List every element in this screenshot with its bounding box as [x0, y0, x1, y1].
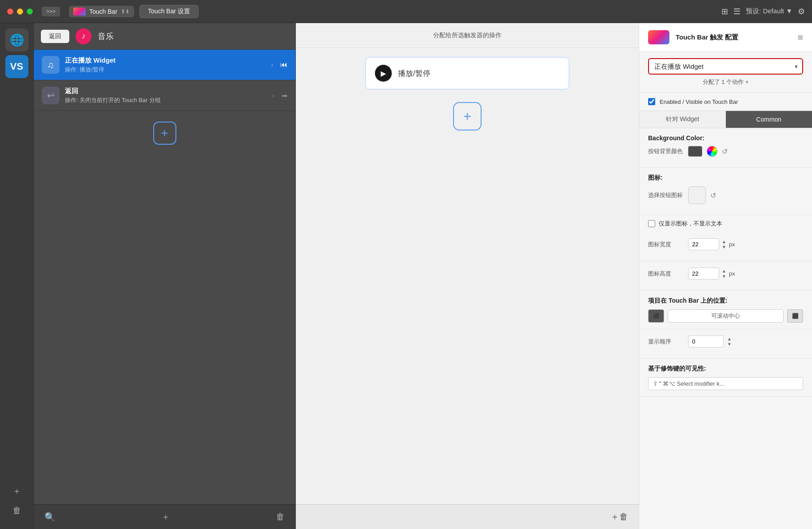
icon-height-row: 图标高度 ▲ ▼ px: [648, 268, 803, 280]
play-triangle-icon: ▶: [381, 69, 386, 78]
down-arrow-icon: ▼: [722, 245, 726, 250]
trigger-add-container: +: [450, 99, 485, 134]
bg-color-reset-button[interactable]: ↺: [722, 147, 728, 156]
trigger-bottom: ＋ 🗑: [296, 504, 639, 529]
properties-panel: Touch Bar 触发 配置 ⊠ 正在播放 Widget 分配了 1 个动作 …: [639, 23, 812, 529]
position-controls: ⬛ 可滚动中心 ⬛: [648, 309, 803, 323]
tab-widget[interactable]: 针对 Widget: [639, 111, 726, 128]
icon-section-title: 图标:: [648, 174, 803, 182]
trigger-action-item[interactable]: ▶ 播放/暂停: [365, 57, 569, 90]
grid-view-icon[interactable]: ⊞: [721, 7, 728, 16]
icon-width-row: 图标宽度 ▲ ▼ px: [648, 238, 803, 250]
list-item-title: 返回: [65, 87, 267, 95]
position-left-button[interactable]: ⬛: [648, 309, 664, 323]
preset-label: 预设: Default ▼: [746, 7, 792, 16]
trigger-add-button[interactable]: +: [453, 102, 482, 130]
icon-reset-button[interactable]: ↺: [710, 191, 716, 200]
settings-icon[interactable]: ⚙: [798, 7, 805, 16]
main-window: >>> Touch Bar ⬆⬇ Touch Bar 设置 ⊞ ☰ 预设: De…: [0, 0, 812, 529]
trigger-content: ▶ 播放/暂停 +: [296, 48, 639, 504]
add-bottom-button[interactable]: ＋: [161, 511, 170, 523]
globe-icon: 🌐: [10, 33, 24, 47]
position-section-title: 项目在 Touch Bar 上的位置:: [648, 297, 803, 305]
props-checkbox-row: Enabled / Visible on Touch Bar: [639, 93, 812, 111]
middle-header: 返回 ♪ 音乐: [34, 23, 295, 50]
middle-panel-title: 音乐: [98, 31, 114, 42]
list-view-icon[interactable]: ☰: [733, 7, 740, 16]
list-item[interactable]: ♫ 正在播放 Widget 操作: 播放/暂停 › ⏮: [34, 50, 295, 80]
icon-preview[interactable]: [688, 186, 706, 204]
list-item-end-icon: ➡: [282, 91, 287, 100]
main-content: 🌐 VS ＋ 🗑 返回 ♪ 音乐 ♫: [0, 23, 812, 529]
chevron-right-icon: ›: [271, 61, 273, 68]
search-button[interactable]: 🔍: [44, 512, 56, 522]
display-order-row: 显示顺序 ▲ ▼: [648, 336, 803, 347]
titlebar: >>> Touch Bar ⬆⬇ Touch Bar 设置 ⊞ ☰ 预设: De…: [0, 0, 812, 23]
icon-height-input[interactable]: [688, 268, 719, 280]
chevron-right-icon: ›: [272, 92, 275, 99]
icon-height-label: 图标高度: [648, 270, 684, 278]
color-wheel-button[interactable]: [707, 146, 717, 157]
up-arrow-icon: ▲: [722, 268, 726, 274]
delete-bottom-button[interactable]: 🗑: [276, 512, 285, 522]
modifier-section: 基于修饰键的可见性: ⇧⌃⌘⌥ Select modifier k...: [639, 359, 812, 397]
sidebar-add-button[interactable]: ＋: [9, 483, 25, 499]
sidebar-item-globe[interactable]: 🌐: [5, 28, 28, 51]
middle-bottom: 🔍 ＋ 🗑: [34, 504, 295, 529]
touchbar-selector[interactable]: Touch Bar ⬆⬇: [69, 6, 134, 17]
icon-height-unit: px: [729, 270, 735, 277]
close-button[interactable]: [7, 8, 13, 15]
props-corner-button[interactable]: ⊠: [798, 34, 803, 41]
icon-select-label: 选择按钮图标: [648, 191, 684, 199]
enabled-visible-checkbox[interactable]: [648, 98, 655, 105]
touchbar-selector-arrow: ⬆⬇: [121, 8, 130, 15]
color-swatch[interactable]: [688, 146, 702, 157]
list-item-end-icon: ⏮: [280, 61, 287, 69]
collapse-button[interactable]: >>>: [42, 7, 60, 16]
background-color-row: 按钮背景颜色 ↺: [648, 146, 803, 157]
icon-section: 图标: 选择按钮图标 ↺: [639, 168, 812, 215]
icon-row: 选择按钮图标 ↺: [648, 186, 803, 204]
icon-width-unit: px: [729, 241, 735, 248]
props-tb-icon: [648, 30, 669, 44]
icon-height-section: 图标高度 ▲ ▼ px: [639, 261, 812, 291]
minimize-button[interactable]: [17, 8, 23, 15]
touchbar-settings-button[interactable]: Touch Bar 设置: [139, 5, 199, 18]
enabled-visible-label: Enabled / Visible on Touch Bar: [660, 99, 738, 105]
sidebar-item-vscode[interactable]: VS: [5, 55, 28, 78]
widget-dropdown[interactable]: 正在播放 Widget: [648, 58, 803, 75]
list-item-subtitle: 操作: 关闭当前打开的 Touch Bar 分组: [65, 96, 267, 104]
trigger-header-title: 分配给所选触发器的操作: [433, 32, 502, 39]
icon-height-spinner: ▲ ▼ px: [688, 268, 735, 280]
sidebar: 🌐 VS ＋ 🗑: [0, 23, 34, 529]
up-arrow-icon: ▲: [722, 239, 726, 245]
list-item[interactable]: ↩ 返回 操作: 关闭当前打开的 Touch Bar 分组 › ➡: [34, 80, 295, 111]
bg-color-label: 按钮背景颜色: [648, 147, 684, 155]
back-button[interactable]: 返回: [41, 30, 69, 43]
trigger-add-bottom-button[interactable]: ＋: [610, 511, 619, 523]
traffic-lights: [7, 8, 33, 15]
display-order-wrap: ▲ ▼: [688, 336, 732, 347]
trigger-action-label: 播放/暂停: [398, 68, 430, 79]
icon-width-arrows[interactable]: ▲ ▼: [722, 239, 726, 250]
list-item-icon: ↩: [42, 87, 60, 104]
sidebar-delete-button[interactable]: 🗑: [9, 502, 25, 518]
icon-width-input[interactable]: [688, 238, 719, 250]
tab-common[interactable]: Common: [726, 111, 812, 128]
add-btn-container: +: [34, 111, 295, 155]
music-note-icon: ♪: [82, 32, 86, 41]
vscode-icon: VS: [10, 61, 23, 72]
only-icon-checkbox[interactable]: [648, 220, 655, 227]
icon-height-arrows[interactable]: ▲ ▼: [722, 268, 726, 279]
trigger-delete-bottom-button[interactable]: 🗑: [619, 512, 628, 522]
modifier-hint: ⇧⌃⌘⌥ Select modifier k...: [648, 377, 803, 390]
position-right-button[interactable]: ⬛: [787, 309, 803, 323]
display-order-input[interactable]: [688, 336, 724, 347]
display-order-label: 显示顺序: [648, 338, 684, 346]
add-item-button[interactable]: +: [153, 122, 176, 145]
display-order-arrows[interactable]: ▲ ▼: [727, 336, 732, 347]
list-item-text: 返回 操作: 关闭当前打开的 Touch Bar 分组: [65, 87, 267, 104]
fullscreen-button[interactable]: [27, 8, 33, 15]
modifier-section-title: 基于修饰键的可见性:: [648, 365, 803, 373]
list-item-text: 正在播放 Widget 操作: 播放/暂停: [65, 56, 266, 74]
